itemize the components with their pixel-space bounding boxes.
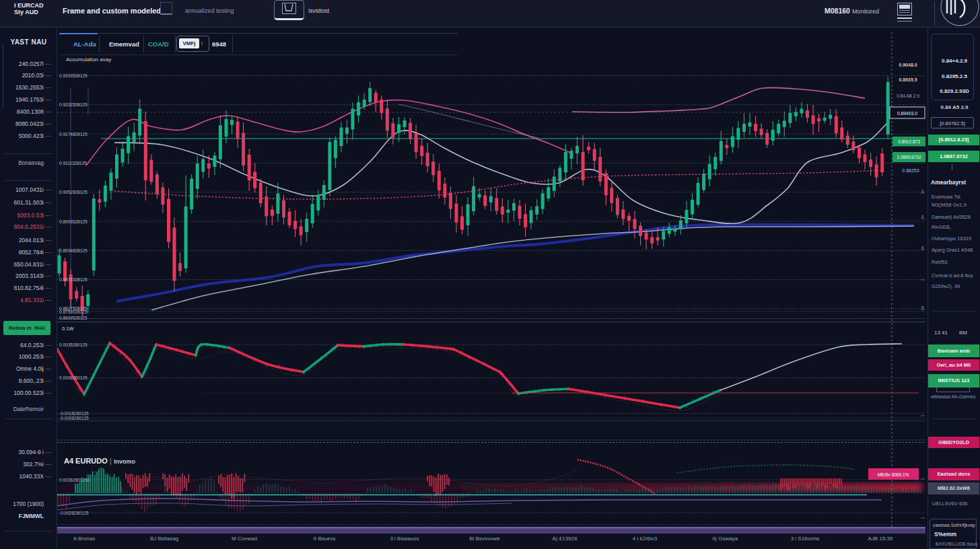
svg-text:A Bronas: A Bronas xyxy=(73,536,95,542)
svg-text:0.89403.0: 0.89403.0 xyxy=(897,111,917,116)
svg-text:0.84 AB 2.9: 0.84 AB 2.9 xyxy=(897,94,919,98)
svg-text:1.0890.6732: 1.0890.6732 xyxy=(897,155,921,159)
svg-text:4) Gswaya: 4) Gswaya xyxy=(712,536,738,542)
svg-text:0.9293528125: 0.9293528125 xyxy=(59,73,88,78)
svg-text:-0.0028280125: -0.0028280125 xyxy=(59,416,89,420)
svg-text:0.9111328125: 0.9111328125 xyxy=(59,161,87,166)
svg-text:0.0035280125: 0.0035280125 xyxy=(59,342,88,347)
svg-text:0.9232528125: 0.9232528125 xyxy=(59,102,88,107)
svg-text:4 i £2/6iv3: 4 i £2/6iv3 xyxy=(633,536,658,542)
svg-text:0.1W: 0.1W xyxy=(62,326,74,332)
svg-text:0.9048.0: 0.9048.0 xyxy=(899,63,917,67)
svg-text:8: 8 xyxy=(921,215,924,219)
svg-text:0.8912.873: 0.8912.873 xyxy=(898,139,920,144)
svg-text:8: 8 xyxy=(921,246,924,250)
svg-text:0.0008280125: 0.0008280125 xyxy=(59,375,88,380)
svg-text:-0.0028280125: -0.0028280125 xyxy=(59,511,89,515)
svg-text:Accumulation avay: Accumulation avay xyxy=(66,57,111,63)
svg-text:3 i Bswauos: 3 i Bswauos xyxy=(390,536,419,542)
svg-text:3 i S16urms: 3 i S16urms xyxy=(791,536,820,542)
svg-text:0.8993528125: 0.8993528125 xyxy=(59,219,88,224)
svg-text:0.88253: 0.88253 xyxy=(902,168,919,173)
svg-text:0.9174828125: 0.9174828125 xyxy=(59,132,88,137)
svg-text:-0.0018280125: -0.0018280125 xyxy=(59,411,89,416)
svg-text:0.8876328125: 0.8876328125 xyxy=(59,277,88,282)
svg-text:0.8758028125: 0.8758028125 xyxy=(59,309,88,314)
svg-text:AJB 15.35: AJB 15.35 xyxy=(868,536,893,542)
svg-text:9 Bsuevs: 9 Bsuevs xyxy=(314,536,336,542)
svg-text:A4 EURUDO | Invomo: A4 EURUDO | Invomo xyxy=(64,457,135,465)
svg-text:0.00282801250: 0.00282801250 xyxy=(59,478,90,482)
svg-text:Bi Bsvsvowe: Bi Bsvsvowe xyxy=(469,536,500,542)
svg-text:0.8934828125: 0.8934828125 xyxy=(59,248,88,253)
svg-text:0.8935.5: 0.8935.5 xyxy=(899,77,917,82)
svg-text:0.9052828125: 0.9052828125 xyxy=(59,190,88,194)
svg-text:A) £13928: A) £13928 xyxy=(553,536,578,542)
svg-text:0.8699528125: 0.8699528125 xyxy=(59,316,88,320)
svg-text:BJ Bstiasag: BJ Bstiasag xyxy=(150,536,178,542)
svg-text:M Covwad: M Covwad xyxy=(232,536,257,542)
svg-text:MB/Bx 8089.1%: MB/Bx 8089.1% xyxy=(878,472,909,477)
